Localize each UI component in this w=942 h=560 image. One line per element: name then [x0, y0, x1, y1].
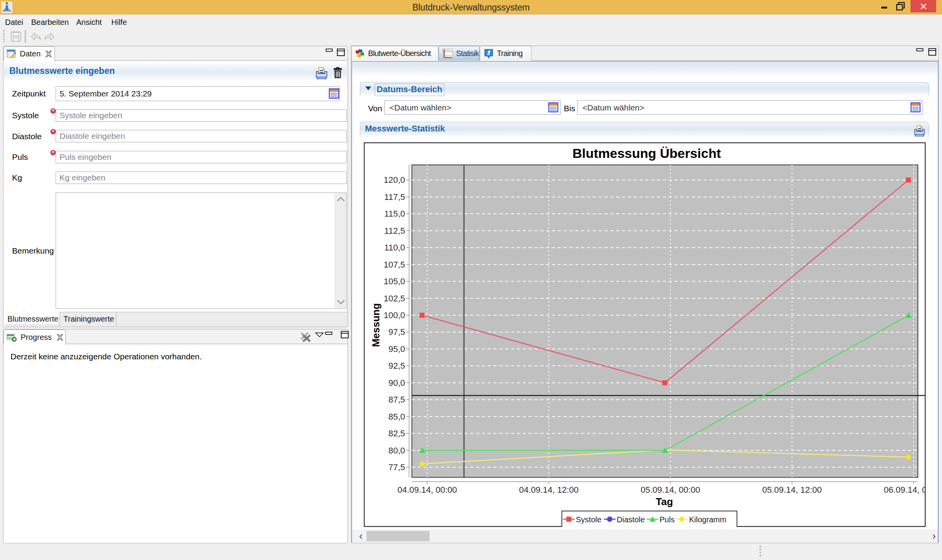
svg-text:115,0: 115,0 [384, 209, 405, 219]
svg-text:*: * [52, 150, 54, 156]
svg-text:110,0: 110,0 [384, 243, 405, 252]
svg-text:102,5: 102,5 [384, 294, 405, 303]
svg-text:Kilogramm: Kilogramm [689, 515, 726, 524]
svg-text:107,5: 107,5 [384, 260, 405, 270]
svg-text:80,0: 80,0 [388, 446, 405, 455]
svg-text:05.09.14, 00:00: 05.09.14, 00:00 [641, 485, 700, 495]
svg-text:*: * [52, 108, 54, 114]
svg-text:97,5: 97,5 [388, 327, 405, 337]
svg-text:90,0: 90,0 [388, 378, 405, 388]
svg-text:Messung: Messung [370, 303, 382, 347]
svg-text:85,0: 85,0 [388, 412, 405, 422]
svg-text:04.09.14, 12:00: 04.09.14, 12:00 [519, 485, 579, 495]
svg-text:120,0: 120,0 [384, 175, 405, 185]
svg-text:92,5: 92,5 [388, 361, 405, 371]
svg-text:95,0: 95,0 [388, 344, 405, 354]
svg-text:82,5: 82,5 [388, 429, 405, 438]
svg-text:Puls: Puls [660, 515, 675, 524]
svg-text:105,0: 105,0 [384, 276, 405, 286]
svg-text:100,0: 100,0 [384, 310, 405, 320]
svg-text:112,5: 112,5 [384, 226, 405, 236]
svg-text:06.09.14, 00:00: 06.09.14, 00:00 [884, 485, 926, 495]
svg-text:Blutmessung Übersicht: Blutmessung Übersicht [572, 146, 721, 161]
svg-text:04.09.14, 00:00: 04.09.14, 00:00 [398, 485, 457, 495]
svg-text:117,5: 117,5 [384, 192, 405, 202]
svg-text:05.09.14, 12:00: 05.09.14, 12:00 [762, 485, 822, 495]
svg-text:*: * [52, 129, 54, 135]
svg-text:87,5: 87,5 [388, 395, 405, 404]
svg-text:Systole: Systole [576, 515, 602, 524]
svg-text:Diastole: Diastole [617, 515, 645, 524]
svg-text:Tag: Tag [656, 496, 673, 508]
svg-text:77,5: 77,5 [388, 462, 405, 472]
